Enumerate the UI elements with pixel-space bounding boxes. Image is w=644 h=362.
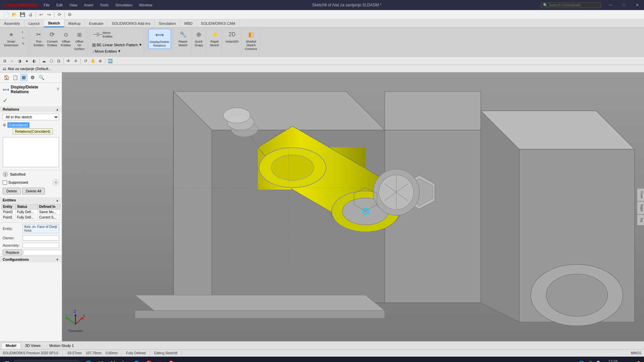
- view-tab-top[interactable]: Top: [637, 215, 644, 225]
- viewport[interactable]: X Y Z *Isometric Front Right Top: [62, 72, 644, 341]
- selected-relation-item[interactable]: Coincident1: [7, 122, 30, 128]
- shaded-with-edges-icon[interactable]: ◑: [16, 58, 23, 64]
- relations-list[interactable]: [3, 137, 59, 167]
- menu-tools[interactable]: Tools: [97, 2, 112, 8]
- undo-btn[interactable]: ↩: [37, 11, 45, 18]
- table-row[interactable]: Point1 Fully Defi... Current S...: [2, 215, 60, 220]
- convert-entities-btn[interactable]: ⟳ ConvertEntities: [46, 29, 59, 48]
- shadows-icon[interactable]: ☁: [41, 58, 47, 64]
- help-icon[interactable]: ?: [57, 87, 59, 92]
- taskbar-firefox-btn[interactable]: 🦊: [107, 357, 118, 362]
- draft-quality-icon[interactable]: ◐: [31, 58, 38, 64]
- zoom-icon[interactable]: ⊕: [97, 58, 104, 64]
- tab-mbd[interactable]: MBD: [180, 19, 197, 27]
- offset-entities-btn[interactable]: ⊙ OffsetEntities: [60, 29, 72, 48]
- taskbar-explorer-btn[interactable]: 📁: [95, 357, 106, 362]
- taskbar-app1-btn[interactable]: 🔵: [131, 357, 142, 362]
- notification-icon[interactable]: 🔔: [636, 361, 641, 362]
- panel-tree-icon[interactable]: 📋: [11, 74, 19, 81]
- hide-show-icon[interactable]: 👁: [65, 58, 72, 64]
- annotation-icon[interactable]: 🔤: [107, 58, 113, 64]
- dimension-small-btn2[interactable]: ↔: [20, 35, 26, 40]
- tab-model[interactable]: Model: [1, 343, 21, 349]
- trim-entities-btn[interactable]: ✂ TrimEntities: [33, 29, 45, 48]
- mirror-entities-btn[interactable]: ⊣⊢ Mirror Entities: [92, 29, 115, 40]
- move-dropdown-btn[interactable]: ▼: [118, 49, 121, 53]
- panel-properties-icon[interactable]: ⊞: [20, 74, 28, 81]
- repair-sketch-btn[interactable]: 🔧 RepairSketch: [177, 29, 189, 48]
- tab-sw-addins[interactable]: SOLIDWORKS Add-Ins: [108, 19, 155, 27]
- open-btn[interactable]: 📂: [11, 11, 18, 18]
- display-delete-relations-btn[interactable]: ⟺ Display/DeleteRelations: [148, 29, 171, 49]
- offset-on-surface-btn[interactable]: ⊞ OffsetOnSurface: [73, 29, 86, 52]
- replace-input[interactable]: [23, 250, 62, 255]
- taskbar-viber-btn[interactable]: 📞: [119, 357, 130, 362]
- panel-config-icon[interactable]: ⚙: [29, 74, 36, 81]
- tab-evaluate[interactable]: Evaluate: [85, 19, 108, 27]
- table-row[interactable]: Point3 Fully Defi... Same Mo...: [2, 209, 60, 215]
- delete-all-button[interactable]: Delete All: [22, 188, 45, 194]
- menu-edit[interactable]: Edit: [53, 2, 66, 8]
- tab-sw-cam[interactable]: SOLIDWORKS CAM: [197, 19, 239, 27]
- perspective-icon[interactable]: ⬡: [48, 58, 55, 64]
- replace-button[interactable]: Replace: [3, 249, 22, 255]
- rebuild-btn[interactable]: ⟳: [56, 11, 63, 18]
- dimension-small-btn1[interactable]: ↕: [20, 29, 26, 35]
- redo-btn[interactable]: ↪: [45, 11, 53, 18]
- print-btn[interactable]: 🖨: [27, 11, 34, 18]
- options-btn[interactable]: ⚙: [66, 11, 73, 18]
- volume-icon[interactable]: 🔊: [587, 361, 593, 362]
- taskbar-app3-btn[interactable]: 🎯: [166, 357, 176, 362]
- rotate-icon[interactable]: ↺: [82, 58, 89, 64]
- suppressed-checkbox[interactable]: [3, 180, 7, 185]
- delete-button[interactable]: Delete: [3, 188, 21, 194]
- panel-search-icon[interactable]: 🔍: [38, 74, 45, 81]
- taskbar-ie-btn[interactable]: 🌐: [83, 357, 94, 362]
- dimension-small-btn3[interactable]: ⤡: [20, 41, 26, 46]
- network-icon[interactable]: 🌐: [579, 361, 584, 362]
- rapid-sketch-btn[interactable]: ⚡ RapidSketch: [209, 29, 221, 48]
- smart-dimension-btn[interactable]: ⌖ SmartDimension: [3, 29, 20, 48]
- tab-assembly[interactable]: Assembly: [0, 19, 24, 27]
- view-orientation-icon[interactable]: ⧉: [1, 58, 8, 64]
- tab-layout[interactable]: Layout: [24, 19, 44, 27]
- menu-file[interactable]: File: [40, 2, 53, 8]
- menu-insert[interactable]: Insert: [81, 2, 97, 8]
- new-btn[interactable]: 📄: [3, 11, 10, 18]
- tab-3d-views[interactable]: 3D Views: [21, 343, 45, 349]
- menu-view[interactable]: View: [66, 2, 81, 8]
- pattern-dropdown-btn[interactable]: ▼: [139, 43, 142, 47]
- section-view-icon[interactable]: ⊟: [55, 58, 62, 64]
- quick-snaps-btn[interactable]: ⊕ QuickSnaps: [193, 29, 205, 48]
- view-tab-front[interactable]: Front: [637, 189, 644, 201]
- shaded-sketch-btn[interactable]: ◧ ShadedSketchContours: [244, 29, 259, 52]
- tab-motion-study[interactable]: Motion Study 1: [45, 343, 78, 349]
- menu-window[interactable]: Window: [136, 2, 156, 8]
- view-tab-right[interactable]: Right: [637, 202, 644, 214]
- menu-simulation[interactable]: Simulation: [112, 2, 136, 8]
- taskbar-search-input[interactable]: [13, 360, 80, 362]
- pan-icon[interactable]: ✋: [90, 58, 96, 64]
- minimize-button[interactable]: ─: [604, 0, 617, 10]
- close-button[interactable]: ✕: [631, 0, 644, 10]
- save-btn[interactable]: 💾: [19, 11, 26, 18]
- wireframe-icon[interactable]: ○: [9, 58, 15, 64]
- entities-header[interactable]: Entities ▲: [0, 197, 62, 203]
- command-search-input[interactable]: [549, 3, 593, 7]
- battery-icon[interactable]: 🔋: [595, 361, 601, 362]
- start-button[interactable]: ⊞: [3, 357, 12, 362]
- configurations-row[interactable]: Configurations ▼: [0, 256, 62, 262]
- tab-markup[interactable]: Markup: [64, 19, 85, 27]
- shaded-icon2[interactable]: ●: [23, 58, 30, 64]
- taskbar-app2-btn[interactable]: 🔴: [144, 357, 154, 362]
- instant2d-btn[interactable]: 2D Instant2D: [224, 29, 240, 45]
- relations-header[interactable]: Relations ▲: [0, 106, 62, 112]
- tab-sketch[interactable]: Sketch: [44, 19, 64, 27]
- orientation-cube[interactable]: X Y Z *Isometric: [65, 304, 86, 328]
- panel-home-icon[interactable]: 🏠: [3, 74, 10, 81]
- view-axis-icon[interactable]: ✛: [72, 58, 79, 64]
- relations-dropdown[interactable]: All in this sketch: [3, 114, 59, 120]
- accept-button[interactable]: ✓: [3, 97, 8, 104]
- tab-simulation[interactable]: Simulation: [155, 19, 180, 27]
- maximize-button[interactable]: □: [617, 0, 631, 10]
